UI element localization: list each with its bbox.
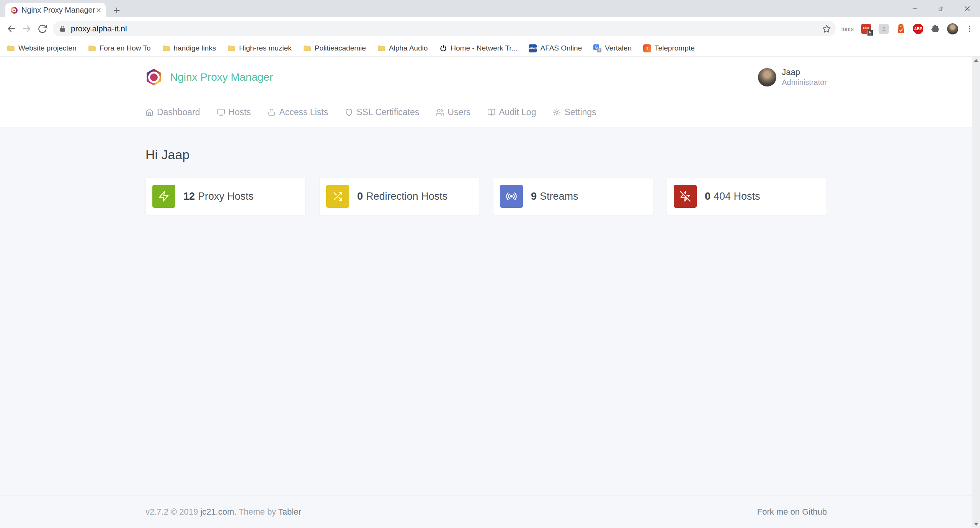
- bookmark-item[interactable]: T Teleprompte: [643, 44, 695, 52]
- stat-label: 404 Hosts: [714, 191, 760, 202]
- app-nav: Dashboard Hosts Access Lists SSL Certifi…: [0, 98, 972, 127]
- bookmark-label: Teleprompte: [655, 44, 695, 52]
- extension-badge: 5: [867, 30, 873, 36]
- restore-button[interactable]: [928, 0, 954, 17]
- close-icon: [964, 5, 971, 12]
- tab-title: Nginx Proxy Manager: [21, 6, 95, 15]
- tab-close-icon[interactable]: [95, 7, 102, 13]
- bookmark-item[interactable]: Home - Netwerk Tr...: [439, 44, 517, 52]
- bookmark-folder[interactable]: Fora en How To: [88, 44, 151, 52]
- folder-icon: [227, 44, 235, 52]
- lock-icon: [268, 108, 276, 116]
- bookmark-folder[interactable]: handige links: [162, 44, 216, 52]
- radio-icon: [500, 185, 523, 208]
- stat-card-404-hosts[interactable]: 0404 Hosts: [667, 178, 827, 215]
- folder-icon: [303, 44, 311, 52]
- stat-value: 12: [183, 191, 195, 202]
- scroll-up-icon[interactable]: [974, 59, 978, 62]
- minimize-icon: [911, 5, 918, 12]
- web-page: Nginx Proxy Manager Jaap Administrator: [0, 57, 972, 528]
- browser-profile-avatar[interactable]: [947, 23, 958, 34]
- nav-item-audit-log[interactable]: Audit Log: [487, 107, 536, 117]
- zap-off-icon: [674, 185, 697, 208]
- nav-item-ssl-certificates[interactable]: SSL Certificates: [345, 107, 419, 117]
- stat-label: Proxy Hosts: [198, 191, 254, 202]
- bookmark-folder[interactable]: Politieacademie: [303, 44, 366, 52]
- dashboard-body: Hi Jaap 12Proxy Hosts 0Redirection Hosts: [0, 127, 972, 528]
- browser-tab[interactable]: Nginx Proxy Manager: [5, 3, 106, 17]
- user-role: Administrator: [782, 78, 827, 87]
- window-controls: [902, 0, 980, 17]
- extensions-puzzle-icon[interactable]: [931, 24, 940, 33]
- bookmark-label: Politieacademie: [315, 44, 366, 52]
- jc21-link[interactable]: jc21.com.: [200, 507, 236, 517]
- bookmark-label: handige links: [174, 44, 216, 52]
- back-arrow-icon: [7, 24, 16, 34]
- new-tab-button[interactable]: [111, 5, 122, 16]
- afas-icon: AFAS: [529, 44, 537, 52]
- browser-menu-icon[interactable]: [965, 24, 974, 33]
- bookmark-folder[interactable]: Alpha Audio: [377, 44, 428, 52]
- nav-item-users[interactable]: Users: [436, 107, 470, 117]
- user-name: Jaap: [782, 67, 827, 77]
- github-link[interactable]: Fork me on Github: [757, 507, 827, 517]
- disabled-extension-icon[interactable]: [879, 24, 889, 34]
- bookmark-folder[interactable]: High-res muziek: [227, 44, 291, 52]
- restore-icon: [938, 5, 944, 12]
- adguard-extension-icon[interactable]: [896, 24, 906, 34]
- reload-button[interactable]: [34, 21, 50, 36]
- url-text[interactable]: proxy.alpha-it.nl: [71, 24, 822, 33]
- book-icon: [487, 108, 495, 116]
- stat-card-streams[interactable]: 9Streams: [493, 178, 653, 215]
- user-menu[interactable]: Jaap Administrator: [758, 67, 827, 87]
- nav-item-dashboard[interactable]: Dashboard: [145, 107, 200, 117]
- adblock-plus-icon[interactable]: ABP: [913, 24, 923, 34]
- back-button[interactable]: [4, 21, 19, 36]
- nav-item-settings[interactable]: Settings: [553, 107, 596, 117]
- stat-value: 9: [531, 191, 537, 202]
- bookmark-label: Fora en How To: [100, 44, 151, 52]
- folder-icon: [88, 44, 96, 52]
- scroll-down-icon[interactable]: [974, 523, 978, 526]
- monitor-icon: [217, 108, 225, 116]
- lock-icon[interactable]: [59, 25, 66, 33]
- power-icon: [439, 44, 447, 52]
- forward-button[interactable]: [19, 21, 34, 36]
- nav-item-hosts[interactable]: Hosts: [217, 107, 251, 117]
- stat-value: 0: [357, 191, 363, 202]
- tab-strip: Nginx Proxy Manager: [0, 0, 980, 17]
- bookmark-folder[interactable]: Website projecten: [7, 44, 77, 52]
- bookmark-star-icon[interactable]: [822, 24, 831, 33]
- forward-arrow-icon: [22, 24, 32, 34]
- url-bar[interactable]: proxy.alpha-it.nl: [53, 21, 836, 36]
- folder-icon: [377, 44, 385, 52]
- home-icon: [145, 108, 154, 116]
- bookmark-label: Home - Netwerk Tr...: [451, 44, 517, 52]
- close-button[interactable]: [954, 0, 980, 17]
- app-title[interactable]: Nginx Proxy Manager: [170, 71, 273, 83]
- extensions-area: fonts ••• 5 ABP: [841, 23, 974, 34]
- browser-window: Nginx Proxy Manager: [0, 0, 980, 528]
- stat-card-redirection-hosts[interactable]: 0Redirection Hosts: [319, 178, 479, 215]
- app-header: Nginx Proxy Manager Jaap Administrator: [0, 57, 972, 98]
- fonts-extension-icon[interactable]: fonts: [841, 26, 854, 32]
- red-extension-icon[interactable]: ••• 5: [861, 24, 871, 34]
- bookmark-label: Alpha Audio: [389, 44, 428, 52]
- npm-logo-icon[interactable]: [145, 69, 162, 86]
- nav-item-access-lists[interactable]: Access Lists: [268, 107, 328, 117]
- scrollbar[interactable]: [972, 57, 980, 528]
- bookmark-item[interactable]: AFAS AFAS Online: [529, 44, 582, 52]
- zap-icon: [152, 185, 175, 208]
- shield-icon: [345, 108, 353, 116]
- bookmark-item[interactable]: G文 Vertalen: [593, 44, 632, 52]
- gear-icon: [553, 108, 561, 116]
- stat-card-proxy-hosts[interactable]: 12Proxy Hosts: [145, 178, 305, 215]
- reload-icon: [38, 24, 47, 34]
- minimize-button[interactable]: [902, 0, 928, 17]
- folder-icon: [7, 44, 15, 52]
- teleprompter-icon: T: [643, 44, 651, 52]
- tabler-link[interactable]: Tabler: [278, 507, 301, 517]
- bookmark-label: Website projecten: [18, 44, 77, 52]
- stat-label: Redirection Hosts: [366, 191, 448, 202]
- user-avatar[interactable]: [758, 68, 776, 86]
